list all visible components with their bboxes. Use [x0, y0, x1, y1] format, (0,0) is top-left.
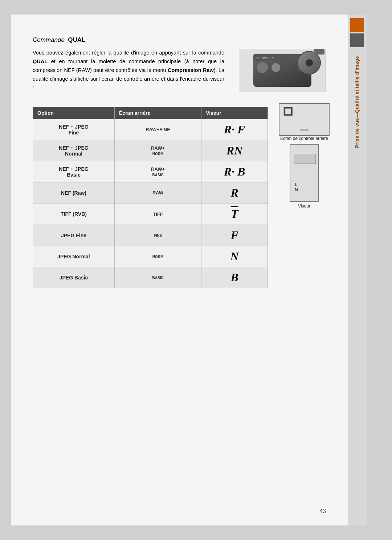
sidebar-tab-gray: [350, 33, 364, 47]
section-title: Commande QUAL: [33, 36, 330, 44]
viewfinder-ln-indicator: LN: [295, 182, 298, 192]
screen-mode-icon: 🔲: [283, 107, 293, 116]
page-number: 43: [319, 508, 326, 515]
rear-screen-image: 🔲 NORM: [279, 103, 330, 136]
viewfinder-inner-box: [294, 154, 316, 164]
table-row: NEF + JPEGNormal RAW+NORM RN: [33, 140, 268, 161]
table-row: JPEG Basic BASIC B: [33, 267, 268, 288]
screen-cell: RAW+NORM: [115, 140, 201, 161]
viseur-cell: R· B: [201, 161, 268, 182]
screen-norm-label: NORM: [300, 128, 309, 132]
commande-word: Commande: [33, 36, 65, 43]
table-row: JPEG Normal NORM N: [33, 246, 268, 267]
sidebar: Prise de vue—Qualité et taille d'image: [348, 15, 367, 525]
col-header-option: Option: [33, 107, 115, 119]
rear-screen-diagram: 🔲 NORM Ecran de contrôle arrière: [279, 103, 330, 141]
viseur-cell: T: [201, 203, 268, 225]
qual-word: QUAL: [68, 36, 85, 43]
screen-cell: RAW: [115, 182, 201, 203]
screen-cell: TIFF: [115, 203, 201, 225]
viseur-cell: R: [201, 182, 268, 203]
camera-images-col: ISO QUAL W: [235, 49, 330, 92]
description-text: Vous pouvez également régler la qualité …: [33, 49, 224, 92]
main-content: Commande QUAL Vous pouvez également régl…: [11, 15, 348, 525]
table-row: JPEG Fine FINE F: [33, 225, 268, 246]
option-cell: JPEG Fine: [33, 225, 115, 246]
option-cell: NEF + JPEGNormal: [33, 140, 115, 161]
table-row: TIFF (RVB) TIFF T: [33, 203, 268, 225]
table-section: Option Écran arrière Viseur NEF + JPEGFi…: [33, 103, 330, 288]
viewfinder-image: LN: [290, 144, 319, 202]
screen-cell: RAW+FINE: [115, 119, 201, 140]
table-wrapper: Option Écran arrière Viseur NEF + JPEGFi…: [33, 103, 268, 288]
option-cell: NEF (Raw): [33, 182, 115, 203]
option-cell: NEF + JPEGBasic: [33, 161, 115, 182]
option-cell: TIFF (RVB): [33, 203, 115, 225]
viseur-cell: F: [201, 225, 268, 246]
viseur-cell: N: [201, 246, 268, 267]
screen-cell: FINE: [115, 225, 201, 246]
screen-cell: BASIC: [115, 267, 201, 288]
table-row: NEF (Raw) RAW R: [33, 182, 268, 203]
page: Commande QUAL Vous pouvez également régl…: [11, 15, 367, 525]
sidebar-tab-orange: [350, 18, 364, 32]
camera-image: ISO QUAL W: [239, 49, 326, 92]
viseur-cell: B: [201, 267, 268, 288]
screen-cell: NORM: [115, 246, 201, 267]
option-cell: JPEG Normal: [33, 246, 115, 267]
description-col: Vous pouvez également régler la qualité …: [33, 49, 224, 92]
intro-section: Vous pouvez également régler la qualité …: [33, 49, 330, 92]
viewfinder-diagram: LN Viseur: [290, 144, 319, 209]
quality-table: Option Écran arrière Viseur NEF + JPEGFi…: [33, 107, 268, 288]
col-header-viseur: Viseur: [201, 107, 268, 119]
option-cell: JPEG Basic: [33, 267, 115, 288]
viewfinder-caption: Viseur: [290, 203, 319, 209]
table-row: NEF + JPEGBasic RAW+BASIC R· B: [33, 161, 268, 182]
rear-screen-caption: Ecran de contrôle arrière: [279, 136, 330, 141]
screen-cell: RAW+BASIC: [115, 161, 201, 182]
option-cell: NEF + JPEGFine: [33, 119, 115, 140]
diagrams-panel: 🔲 NORM Ecran de contrôle arrière LN Vise…: [279, 103, 330, 288]
table-row: NEF + JPEGFine RAW+FINE R· F: [33, 119, 268, 140]
sidebar-label: Prise de vue—Qualité et taille d'image: [354, 56, 360, 148]
viseur-cell: R· F: [201, 119, 268, 140]
viseur-cell: RN: [201, 140, 268, 161]
col-header-ecran: Écran arrière: [115, 107, 201, 119]
